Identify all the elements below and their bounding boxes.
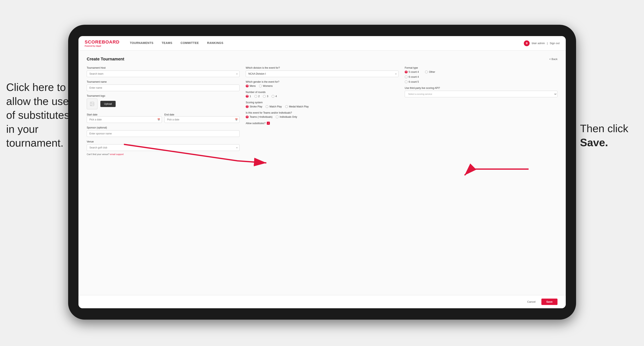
end-date-label: End date (164, 113, 174, 116)
rounds-2-radio[interactable] (254, 95, 257, 98)
rounds-1-radio[interactable] (246, 95, 248, 98)
event-type-group: Is this event for Teams and/or Individua… (246, 111, 398, 118)
format-6count5-radio[interactable] (405, 80, 408, 83)
scoring-medal-match[interactable]: Medal Match Play (285, 105, 309, 108)
event-type-individuals-radio[interactable] (276, 116, 278, 118)
tournament-name-label: Tournament name (87, 80, 240, 83)
event-type-teams-radio[interactable] (246, 116, 248, 118)
tournament-host-group: Tournament Host ▾ (87, 66, 240, 77)
sign-out-link[interactable]: Sign out (550, 42, 560, 45)
nav-teams[interactable]: TEAMS (162, 41, 172, 45)
scoring-medal-radio[interactable] (285, 105, 288, 108)
format-5count4-radio[interactable] (405, 70, 408, 73)
venue-wrapper: ▾ (87, 144, 240, 151)
scoring-api-group: Use third-party live scoring API? Select… (405, 87, 558, 97)
rounds-4-radio[interactable] (272, 95, 274, 98)
event-type-individuals[interactable]: Individuals Only (276, 116, 297, 118)
gender-mens[interactable]: Mens (246, 85, 256, 87)
event-type-individuals-label: Individuals Only (280, 116, 297, 118)
scoring-stroke-radio[interactable] (246, 105, 248, 108)
rounds-label: Number of rounds (246, 91, 398, 94)
division-select[interactable]: NCAA Division I (246, 70, 398, 77)
nav-committee[interactable]: COMMITTEE (181, 41, 199, 45)
format-other[interactable]: Other (425, 70, 435, 73)
scoring-stroke[interactable]: Stroke Play (246, 105, 262, 108)
main-content: Create Tournament < Back Tournament Host… (78, 50, 566, 295)
scoring-api-label: Use third-party live scoring API? (405, 87, 558, 89)
sponsor-group: Sponsor (optional) (87, 126, 240, 137)
annotation-save-bold: Save. (580, 137, 608, 149)
format-6count5[interactable]: 6 count 5 (405, 80, 558, 83)
event-type-teams-label: Teams (+Individuals) (250, 116, 272, 118)
format-6count4[interactable]: 6 count 4 (405, 75, 558, 78)
rounds-3-label: 3 (267, 95, 268, 98)
email-support-link[interactable]: email support (110, 153, 124, 156)
cancel-button[interactable]: Cancel (524, 299, 539, 305)
tournament-name-input[interactable] (87, 85, 240, 91)
format-6count5-label: 6 count 5 (408, 80, 419, 83)
nav-rankings[interactable]: RANKINGS (207, 41, 224, 45)
date-row: Start date 📅 End date 📅 (87, 113, 240, 123)
back-link[interactable]: < Back (549, 57, 558, 61)
form-col-3: Format type 5 count 4 (405, 66, 558, 97)
allow-substitutes-checkbox[interactable]: ✓ (267, 122, 270, 125)
start-date-input[interactable] (87, 116, 162, 123)
scoring-label: Scoring system (246, 101, 398, 104)
event-type-teams[interactable]: Teams (+Individuals) (246, 116, 272, 118)
upload-button[interactable]: Upload (100, 101, 116, 107)
rounds-3-radio[interactable] (263, 95, 266, 98)
calendar-icon-2: 📅 (235, 118, 238, 121)
venue-group: Venue ▾ Can't find your venue? email sup… (87, 140, 240, 156)
rounds-3[interactable]: 3 (263, 95, 268, 98)
nav-links: TOURNAMENTS TEAMS COMMITTEE RANKINGS (130, 41, 524, 45)
venue-input[interactable] (87, 144, 240, 151)
gender-womens[interactable]: Womens (259, 85, 272, 87)
scoring-api-select[interactable]: Select a scoring service (405, 91, 558, 97)
substitutes-checkbox-item: Allow substitutes? ✓ (246, 122, 398, 125)
tournament-logo-label: Tournament logo (87, 94, 240, 97)
event-type-label: Is this event for Teams and/or Individua… (246, 111, 398, 114)
scoring-medal-label: Medal Match Play (289, 105, 309, 108)
format-type-group: Format type 5 count 4 (405, 66, 558, 83)
format-6count4-label: 6 count 4 (408, 75, 419, 78)
annotation-right: Then click Save. (580, 122, 638, 150)
nav-tournaments[interactable]: TOURNAMENTS (130, 41, 154, 45)
start-date-wrapper: 📅 (87, 116, 162, 123)
avatar: B (524, 40, 530, 46)
page-header: Create Tournament < Back (87, 57, 558, 61)
end-date-input[interactable] (164, 116, 240, 123)
format-6count4-radio[interactable] (405, 75, 408, 78)
gender-mens-radio[interactable] (246, 85, 248, 87)
format-options: 5 count 4 Other 6 count 4 (405, 70, 558, 83)
division-wrapper: NCAA Division I ▾ (246, 70, 398, 77)
logo-powered: Powered by clippd (85, 45, 120, 47)
logo-board: BOARD (102, 39, 120, 44)
form-col-2: Which division is the event for? NCAA Di… (246, 66, 398, 125)
rounds-2[interactable]: 2 (254, 95, 260, 98)
gender-womens-label: Womens (263, 85, 272, 87)
logo-brand: clippd (96, 45, 101, 47)
event-type-radio-group: Teams (+Individuals) Individuals Only (246, 116, 398, 118)
nav-user: B blair admin | Sign out (524, 40, 560, 46)
sponsor-input[interactable] (87, 130, 240, 137)
svg-point-1 (91, 103, 92, 104)
scoring-match[interactable]: Match Play (266, 105, 282, 108)
end-date-group: End date 📅 (164, 113, 240, 123)
scoring-stroke-label: Stroke Play (250, 105, 262, 108)
form-col-1: Tournament Host ▾ Tournament name Tourna… (87, 66, 240, 156)
rounds-4[interactable]: 4 (272, 95, 277, 98)
scoring-match-radio[interactable] (266, 105, 268, 108)
save-button[interactable]: Save (542, 299, 558, 305)
format-5count4-label: 5 count 4 (408, 70, 419, 73)
tournament-host-input[interactable] (87, 70, 240, 77)
cant-find-text: Can't find your venue? email support (87, 153, 240, 156)
rounds-1[interactable]: 1 (246, 95, 251, 98)
gender-womens-radio[interactable] (259, 85, 262, 87)
start-date-label: Start date (87, 113, 98, 116)
scoring-match-label: Match Play (270, 105, 282, 108)
annotation-left: Click here to allow the use of substitut… (6, 80, 70, 150)
format-5count4[interactable]: 5 count 4 (405, 70, 419, 73)
rounds-2-label: 2 (258, 95, 260, 98)
format-other-radio[interactable] (425, 70, 428, 73)
gender-mens-label: Mens (250, 85, 256, 87)
